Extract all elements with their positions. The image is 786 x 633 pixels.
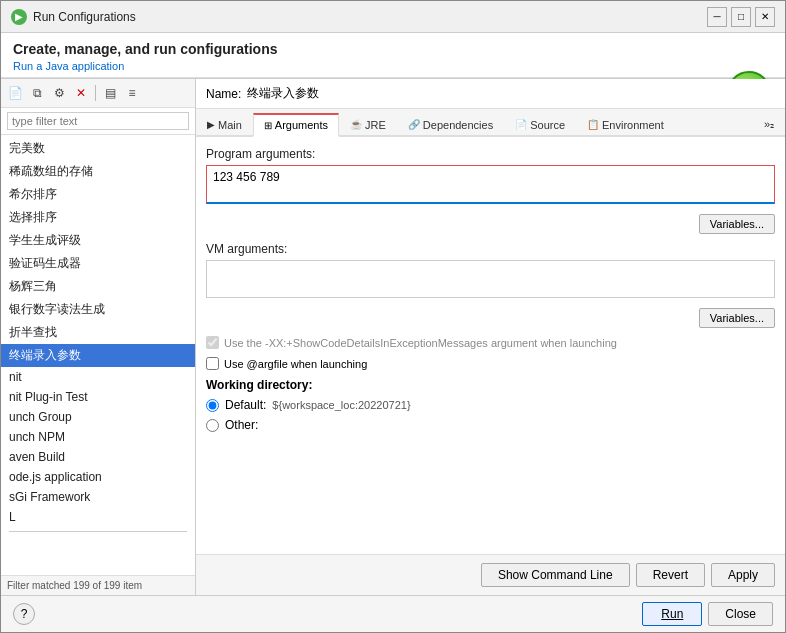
tab-environment-label: Environment: [602, 119, 664, 131]
revert-button[interactable]: Revert: [636, 563, 705, 587]
toolbar-sep: [95, 85, 96, 101]
tab-more-label: »₂: [764, 118, 774, 131]
argfile-checkbox-row: Use @argfile when launching: [206, 357, 775, 370]
showcode-checkbox[interactable]: [206, 336, 219, 349]
maximize-button[interactable]: □: [731, 7, 751, 27]
bottom-buttons: Show Command Line Revert Apply: [196, 554, 785, 595]
other-radio-row: Other:: [206, 418, 775, 432]
list-item[interactable]: 学生生成评级: [1, 229, 195, 252]
list-item-selected[interactable]: 终端录入参数: [1, 344, 195, 367]
default-radio[interactable]: [206, 399, 219, 412]
list-item[interactable]: 折半查找: [1, 321, 195, 344]
window-controls: ─ □ ✕: [707, 7, 775, 27]
filter-input[interactable]: [7, 112, 189, 130]
program-arguments-label: Program arguments:: [206, 147, 775, 161]
list-item[interactable]: unch NPM: [1, 427, 195, 447]
env-tab-icon: 📋: [587, 119, 599, 130]
header-title: Create, manage, and run configurations: [13, 41, 773, 57]
tab-jre-label: JRE: [365, 119, 386, 131]
tab-more[interactable]: »₂: [753, 113, 785, 135]
jre-tab-icon: ☕: [350, 119, 362, 130]
name-label: Name:: [206, 87, 241, 101]
vm-arguments-container: [206, 260, 775, 301]
list-item[interactable]: unch Group: [1, 407, 195, 427]
tab-arguments[interactable]: ⊞ Arguments: [253, 113, 339, 137]
delete-config-button[interactable]: ✕: [71, 83, 91, 103]
working-directory-label: Working directory:: [206, 378, 775, 392]
list-item[interactable]: 希尔排序: [1, 183, 195, 206]
program-arguments-input[interactable]: [206, 165, 775, 204]
vm-arguments-input[interactable]: [206, 260, 775, 298]
main-tab-icon: ▶: [207, 119, 215, 130]
list-item[interactable]: aven Build: [1, 447, 195, 467]
right-panel: Name: 终端录入参数 ▶ Main ⊞ Arguments ☕ JRE: [196, 79, 785, 595]
other-radio[interactable]: [206, 419, 219, 432]
program-variables-button[interactable]: Variables...: [699, 214, 775, 234]
tab-environment[interactable]: 📋 Environment: [576, 113, 675, 135]
window-title: Run Configurations: [33, 10, 136, 24]
deps-tab-icon: 🔗: [408, 119, 420, 130]
tab-main[interactable]: ▶ Main: [196, 113, 253, 135]
sidebar-search-area: [1, 108, 195, 135]
help-icon: ?: [21, 607, 28, 621]
duplicate-config-button[interactable]: ⧉: [27, 83, 47, 103]
tab-dependencies[interactable]: 🔗 Dependencies: [397, 113, 504, 135]
showcode-label: Use the -XX:+ShowCodeDetailsInExceptionM…: [224, 337, 617, 349]
tab-arguments-label: Arguments: [275, 119, 328, 131]
tab-source[interactable]: 📄 Source: [504, 113, 576, 135]
sidebar-toolbar: 📄 ⧉ ⚙ ✕ ▤ ≡: [1, 79, 195, 108]
header-area: Create, manage, and run configurations R…: [1, 33, 785, 78]
list-item[interactable]: L: [1, 507, 195, 527]
program-arguments-container: [206, 165, 775, 207]
tab-main-label: Main: [218, 119, 242, 131]
list-item[interactable]: ode.js application: [1, 467, 195, 487]
working-directory-section: Working directory: Default: ${workspace_…: [206, 378, 775, 432]
source-tab-icon: 📄: [515, 119, 527, 130]
list-item[interactable]: 完美数: [1, 137, 195, 160]
vm-arguments-section: VM arguments: Variables...: [206, 242, 775, 328]
default-radio-row: Default: ${workspace_loc:20220721}: [206, 398, 775, 412]
run-configurations-window: ▶ Run Configurations ─ □ ✕ Create, manag…: [0, 0, 786, 633]
list-item[interactable]: nit Plug-in Test: [1, 387, 195, 407]
sort-button[interactable]: ≡: [122, 83, 142, 103]
argfile-label: Use @argfile when launching: [224, 358, 367, 370]
panel-content: Program arguments: Variables... VM argum…: [196, 137, 785, 554]
title-bar: ▶ Run Configurations ─ □ ✕: [1, 1, 785, 33]
main-content: 📄 ⧉ ⚙ ✕ ▤ ≡ 完美数 稀疏数组的存储 希尔排序 选择排序 学生生成评级…: [1, 78, 785, 595]
list-item[interactable]: 稀疏数组的存储: [1, 160, 195, 183]
other-radio-label: Other:: [225, 418, 258, 432]
vm-variables-button[interactable]: Variables...: [699, 308, 775, 328]
tab-jre[interactable]: ☕ JRE: [339, 113, 397, 135]
default-radio-label: Default:: [225, 398, 266, 412]
help-button[interactable]: ?: [13, 603, 35, 625]
list-item[interactable]: 选择排序: [1, 206, 195, 229]
close-button[interactable]: ✕: [755, 7, 775, 27]
run-final-button[interactable]: Run: [642, 602, 702, 626]
list-item[interactable]: 杨辉三角: [1, 275, 195, 298]
options-button[interactable]: ⚙: [49, 83, 69, 103]
tabs-row: ▶ Main ⊞ Arguments ☕ JRE 🔗 Dependencies …: [196, 109, 785, 137]
filter-button[interactable]: ▤: [100, 83, 120, 103]
apply-button[interactable]: Apply: [711, 563, 775, 587]
close-final-button[interactable]: Close: [708, 602, 773, 626]
program-arguments-section: Program arguments: Variables...: [206, 147, 775, 234]
default-dir-value: ${workspace_loc:20220721}: [272, 399, 410, 411]
sidebar: 📄 ⧉ ⚙ ✕ ▤ ≡ 完美数 稀疏数组的存储 希尔排序 选择排序 学生生成评级…: [1, 79, 196, 595]
list-item[interactable]: 验证码生成器: [1, 252, 195, 275]
tab-dependencies-label: Dependencies: [423, 119, 493, 131]
new-config-button[interactable]: 📄: [5, 83, 25, 103]
args-tab-icon: ⊞: [264, 120, 272, 131]
list-item[interactable]: nit: [1, 367, 195, 387]
sidebar-list: 完美数 稀疏数组的存储 希尔排序 选择排序 学生生成评级 验证码生成器 杨辉三角…: [1, 135, 195, 575]
list-item[interactable]: sGi Framework: [1, 487, 195, 507]
run-java-link[interactable]: Run a Java application: [13, 60, 124, 72]
argfile-checkbox[interactable]: [206, 357, 219, 370]
showcode-checkbox-row: Use the -XX:+ShowCodeDetailsInExceptionM…: [206, 336, 775, 349]
show-command-line-button[interactable]: Show Command Line: [481, 563, 630, 587]
footer-bar: ? Run Close: [1, 595, 785, 632]
list-item[interactable]: 银行数字读法生成: [1, 298, 195, 321]
minimize-button[interactable]: ─: [707, 7, 727, 27]
tab-source-label: Source: [530, 119, 565, 131]
sidebar-footer: Filter matched 199 of 199 item: [1, 575, 195, 595]
name-row: Name: 终端录入参数: [196, 79, 785, 109]
